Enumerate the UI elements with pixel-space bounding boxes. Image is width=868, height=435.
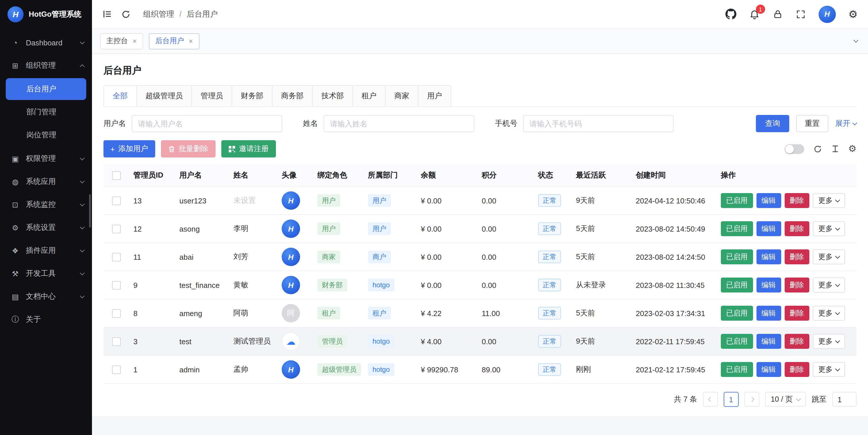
- invite-register-button[interactable]: 邀请注册: [221, 140, 276, 157]
- row-checkbox[interactable]: [112, 225, 120, 233]
- delete-button[interactable]: 删除: [784, 221, 809, 236]
- more-button[interactable]: 更多: [812, 221, 845, 236]
- sidebar-subitem-backend-user[interactable]: 后台用户: [6, 78, 86, 100]
- phone-input[interactable]: [523, 115, 674, 132]
- settings-gear-icon[interactable]: ⚙: [848, 9, 858, 19]
- row-density-icon[interactable]: [831, 145, 839, 153]
- app-logo[interactable]: H HotGo管理系统: [0, 0, 92, 29]
- role-tab-0[interactable]: 全部: [103, 85, 137, 106]
- row-checkbox[interactable]: [112, 281, 120, 290]
- delete-button[interactable]: 删除: [784, 193, 809, 208]
- name-input[interactable]: [323, 115, 474, 132]
- more-button[interactable]: 更多: [812, 249, 845, 264]
- more-button[interactable]: 更多: [812, 278, 845, 292]
- delete-button[interactable]: 删除: [784, 334, 809, 349]
- sidebar: H HotGo管理系统 ◔Dashboard⊞组织管理后台用户部门管理岗位管理▣…: [0, 0, 92, 435]
- close-icon[interactable]: ×: [189, 37, 193, 45]
- jump-to-input[interactable]: [832, 392, 857, 407]
- edit-button[interactable]: 编辑: [756, 278, 781, 292]
- edit-button[interactable]: 编辑: [756, 334, 781, 349]
- row-checkbox[interactable]: [112, 366, 120, 374]
- role-tab-2[interactable]: 管理员: [191, 85, 232, 106]
- fullscreen-icon[interactable]: [796, 9, 806, 19]
- enabled-status-button[interactable]: 已启用: [721, 306, 753, 321]
- sidebar-item-auth-manage[interactable]: ▣权限管理: [0, 147, 92, 170]
- chevron-down-icon: [796, 396, 801, 401]
- row-checkbox[interactable]: [112, 196, 120, 205]
- search-button[interactable]: 查询: [756, 115, 789, 132]
- lock-screen-icon[interactable]: [773, 9, 783, 19]
- enabled-status-button[interactable]: 已启用: [721, 249, 753, 264]
- sidebar-subitem-post-manage[interactable]: 岗位管理: [6, 124, 86, 146]
- open-tab-0[interactable]: 主控台×: [100, 33, 143, 49]
- enabled-status-button[interactable]: 已启用: [721, 334, 753, 349]
- enabled-status-button[interactable]: 已启用: [721, 193, 753, 208]
- column-settings-icon[interactable]: ⚙: [848, 144, 857, 153]
- row-checkbox[interactable]: [112, 253, 120, 261]
- table-refresh-icon[interactable]: [813, 145, 822, 153]
- page-number-button[interactable]: 1: [723, 392, 738, 407]
- cell-status: 正常: [533, 215, 571, 243]
- user-avatar[interactable]: H: [818, 5, 836, 23]
- github-icon[interactable]: [725, 9, 736, 20]
- username-input[interactable]: [132, 115, 282, 132]
- delete-button[interactable]: 删除: [784, 249, 809, 264]
- more-button[interactable]: 更多: [812, 334, 845, 349]
- role-tab-1[interactable]: 超级管理员: [136, 85, 192, 106]
- role-tab-8[interactable]: 用户: [418, 85, 451, 106]
- enabled-status-button[interactable]: 已启用: [721, 362, 753, 377]
- sidebar-item-sys-app[interactable]: ◍系统应用: [0, 170, 92, 193]
- refresh-icon[interactable]: [121, 9, 130, 19]
- cell-dept: 商户: [363, 243, 416, 271]
- more-button[interactable]: 更多: [812, 362, 845, 377]
- sidebar-item-sys-monitor[interactable]: ⊡系统监控: [0, 193, 92, 216]
- role-tab-7[interactable]: 商家: [385, 85, 418, 106]
- chevron-down-icon: [835, 310, 840, 315]
- edit-button[interactable]: 编辑: [756, 306, 781, 321]
- more-button[interactable]: 更多: [812, 306, 845, 321]
- sidebar-item-doc-center[interactable]: ▤文档中心: [0, 285, 92, 308]
- sidebar-item-organization[interactable]: ⊞组织管理: [0, 54, 92, 77]
- sidebar-item-dashboard[interactable]: ◔Dashboard: [0, 31, 92, 54]
- menu-collapse-icon[interactable]: [102, 9, 112, 19]
- page-size-select[interactable]: 10 / 页: [765, 392, 806, 407]
- sidebar-item-label: 组织管理: [26, 60, 75, 71]
- enabled-status-button[interactable]: 已启用: [721, 221, 753, 236]
- edit-button[interactable]: 编辑: [756, 221, 781, 236]
- edit-button[interactable]: 编辑: [756, 249, 781, 264]
- close-icon[interactable]: ×: [132, 37, 137, 45]
- breadcrumb-item[interactable]: 组织管理: [143, 9, 174, 19]
- expand-link[interactable]: 展开: [835, 118, 857, 129]
- sidebar-item-dev-tools[interactable]: ⚒开发工具: [0, 262, 92, 285]
- role-tab-5[interactable]: 技术部: [312, 85, 353, 106]
- striped-toggle[interactable]: [784, 144, 804, 154]
- sidebar-subitem-dept-manage[interactable]: 部门管理: [6, 101, 86, 123]
- sidebar-scrollbar[interactable]: [89, 194, 91, 227]
- enabled-status-button[interactable]: 已启用: [721, 278, 753, 292]
- prev-page-button[interactable]: [703, 392, 718, 407]
- select-all-checkbox[interactable]: [112, 171, 120, 180]
- open-tab-1[interactable]: 后台用户×: [149, 33, 199, 49]
- sidebar-item-sys-setting[interactable]: ⚙系统设置: [0, 216, 92, 239]
- add-user-button[interactable]: + 添加用户: [103, 140, 155, 157]
- next-page-button[interactable]: [744, 392, 759, 407]
- more-button[interactable]: 更多: [812, 193, 845, 208]
- role-tag: 用户: [317, 222, 340, 235]
- delete-button[interactable]: 删除: [784, 278, 809, 292]
- edit-button[interactable]: 编辑: [756, 362, 781, 377]
- tab-options-button[interactable]: [852, 38, 860, 44]
- notification-bell-icon[interactable]: 1: [749, 9, 760, 20]
- delete-button[interactable]: 删除: [784, 306, 809, 321]
- edit-button[interactable]: 编辑: [756, 193, 781, 208]
- row-checkbox[interactable]: [112, 337, 120, 346]
- role-tab-3[interactable]: 财务部: [232, 85, 273, 106]
- batch-delete-button[interactable]: 批量删除: [161, 140, 215, 157]
- delete-button[interactable]: 删除: [784, 362, 809, 377]
- role-tab-4[interactable]: 商务部: [272, 85, 313, 106]
- reset-button[interactable]: 重置: [796, 115, 828, 132]
- role-tab-6[interactable]: 租户: [352, 85, 386, 106]
- sidebar-item-about[interactable]: ⓘ关于: [0, 308, 92, 331]
- row-checkbox[interactable]: [112, 309, 120, 318]
- cell-avatar: 阿: [277, 299, 313, 327]
- sidebar-item-plugin-app[interactable]: ❖插件应用: [0, 239, 92, 262]
